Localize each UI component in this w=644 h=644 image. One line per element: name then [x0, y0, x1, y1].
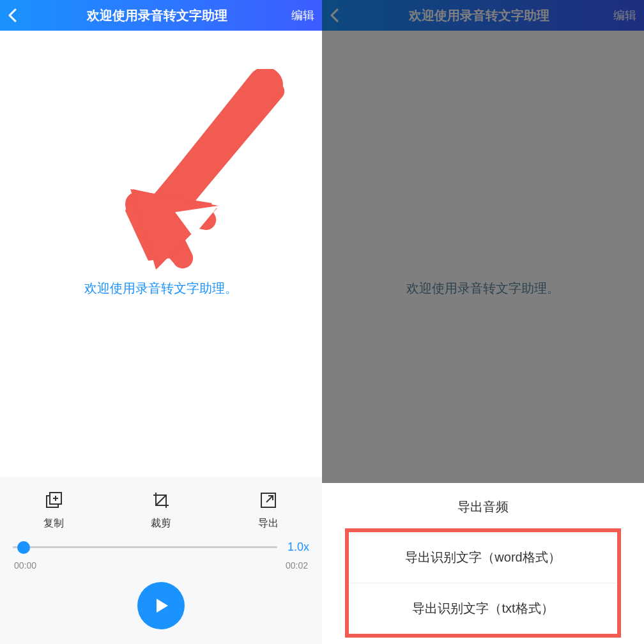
- play-button[interactable]: [137, 582, 185, 629]
- play-icon: [151, 595, 171, 616]
- annotation-arrow-icon: [121, 69, 288, 273]
- copy-button[interactable]: 复制: [43, 490, 64, 530]
- svg-line-8: [157, 496, 165, 505]
- sheet-title: 导出音频: [322, 488, 644, 528]
- export-sheet: 导出音频 导出识别文字（word格式） 导出识别文字（txt格式）: [322, 483, 644, 644]
- svg-line-1: [176, 85, 265, 197]
- crop-icon: [151, 490, 171, 510]
- export-label: 导出: [258, 517, 279, 530]
- screen-right-export: 欢迎使用录音转文字助理 编辑 欢迎使用录音转文字助理。 导出音频 导出识别文字（…: [322, 0, 644, 644]
- svg-marker-11: [157, 599, 168, 613]
- bottom-toolbar: 复制 裁剪 导出: [0, 477, 322, 535]
- crop-button[interactable]: 裁剪: [151, 490, 171, 530]
- svg-marker-2: [130, 189, 218, 268]
- svg-marker-3: [175, 206, 218, 236]
- svg-rect-0: [146, 69, 288, 227]
- header-bar: 欢迎使用录音转文字助理 编辑: [0, 0, 322, 31]
- player-panel: 1.0x 00:00 00:02: [0, 535, 322, 644]
- copy-label: 复制: [43, 517, 64, 530]
- crop-label: 裁剪: [151, 517, 171, 530]
- export-button[interactable]: 导出: [258, 490, 279, 530]
- screen-left-main: 欢迎使用录音转文字助理 编辑: [0, 0, 322, 644]
- welcome-text: 欢迎使用录音转文字助理。: [0, 280, 322, 297]
- page-title: 欢迎使用录音转文字助理: [26, 7, 289, 24]
- progress-thumb[interactable]: [17, 541, 30, 554]
- time-total: 00:02: [286, 560, 308, 571]
- edit-button[interactable]: 编辑: [289, 8, 314, 23]
- export-text-options-highlight: 导出识别文字（word格式） 导出识别文字（txt格式）: [345, 528, 621, 638]
- progress-slider[interactable]: [13, 546, 277, 548]
- back-button[interactable]: [8, 8, 26, 22]
- content-area: 欢迎使用录音转文字助理。 复制 裁剪 导出: [0, 31, 322, 644]
- export-word-option[interactable]: 导出识别文字（word格式）: [349, 532, 617, 583]
- export-icon: [258, 490, 279, 510]
- copy-icon: [43, 490, 64, 510]
- time-current: 00:00: [14, 560, 36, 571]
- playback-speed[interactable]: 1.0x: [284, 540, 309, 554]
- svg-line-10: [266, 496, 273, 502]
- export-txt-option[interactable]: 导出识别文字（txt格式）: [349, 583, 617, 634]
